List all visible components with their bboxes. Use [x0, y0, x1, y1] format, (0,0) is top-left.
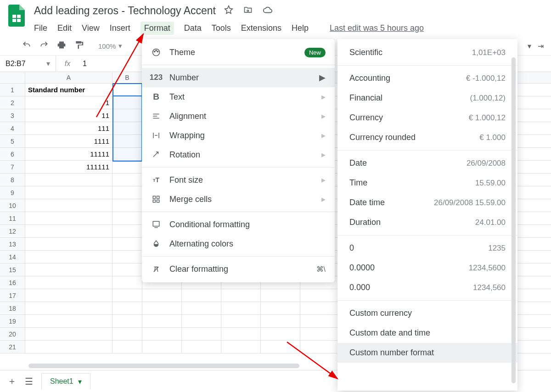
cell[interactable]: [112, 186, 142, 199]
row-header[interactable]: 13: [0, 238, 25, 250]
row-header[interactable]: 15: [0, 263, 25, 276]
cell[interactable]: [25, 199, 112, 212]
row-header[interactable]: 6: [0, 148, 25, 160]
row-header[interactable]: 20: [0, 328, 25, 340]
cell[interactable]: [142, 341, 182, 353]
move-folder-icon[interactable]: [243, 5, 253, 17]
cell[interactable]: [25, 328, 112, 340]
row-header[interactable]: 21: [0, 341, 25, 353]
cell[interactable]: [112, 289, 142, 302]
menu-data[interactable]: Data: [184, 23, 202, 33]
cell[interactable]: Number: [112, 84, 142, 96]
cell[interactable]: [25, 174, 112, 186]
numfmt-custom-currency[interactable]: Custom currency: [337, 303, 517, 323]
format-font-size[interactable]: тT Font size ▸: [142, 170, 335, 190]
cell[interactable]: [112, 225, 142, 237]
formula-input[interactable]: 1: [79, 60, 87, 68]
numfmt-000[interactable]: 0.0001234,560: [337, 278, 517, 297]
sheets-logo[interactable]: [7, 5, 26, 27]
menu-file[interactable]: File: [34, 23, 47, 33]
menu-help[interactable]: Help: [292, 23, 309, 33]
cell[interactable]: [182, 302, 221, 314]
cell[interactable]: [221, 315, 261, 327]
caret-down-icon[interactable]: ▾: [78, 377, 82, 386]
numfmt-currency-rounded[interactable]: Currency rounded€ 1.000: [337, 128, 517, 147]
cell[interactable]: 111111: [25, 161, 112, 173]
row-header[interactable]: 11: [0, 212, 25, 224]
sheet-tab[interactable]: Sheet1 ▾: [41, 373, 90, 390]
cell[interactable]: [25, 315, 112, 327]
cell[interactable]: [25, 341, 112, 353]
col-header-a[interactable]: A: [25, 72, 112, 83]
cell[interactable]: [300, 302, 340, 314]
numfmt-currency[interactable]: Currency€ 1.000,12: [337, 108, 517, 128]
cell[interactable]: [261, 341, 300, 353]
cell[interactable]: [112, 199, 142, 212]
menu-edit[interactable]: Edit: [57, 23, 72, 33]
cell[interactable]: [112, 263, 142, 276]
numfmt-financial[interactable]: Financial(1.000,12): [337, 88, 517, 108]
cell[interactable]: Standard number: [25, 84, 112, 96]
cell[interactable]: [182, 341, 221, 353]
cell[interactable]: 11111: [25, 148, 112, 160]
format-number[interactable]: 123 Number ▶: [142, 68, 335, 87]
menu-extensions[interactable]: Extensions: [241, 23, 281, 33]
cell[interactable]: [112, 251, 142, 263]
row-header[interactable]: 19: [0, 315, 25, 327]
cell[interactable]: [182, 289, 221, 302]
submenu-scrollbar[interactable]: [512, 57, 516, 383]
cell[interactable]: 111: [25, 122, 112, 134]
row-header[interactable]: 14: [0, 251, 25, 263]
menu-insert[interactable]: Insert: [110, 23, 130, 33]
cell[interactable]: [221, 302, 261, 314]
menu-view[interactable]: View: [82, 23, 100, 33]
last-edit-link[interactable]: Last edit was 5 hours ago: [330, 23, 424, 33]
format-rotation[interactable]: Rotation ▸: [142, 145, 335, 164]
menu-format[interactable]: Format: [141, 22, 174, 35]
cell[interactable]: [261, 289, 300, 302]
toolbar-overflow-icon[interactable]: ⇥: [538, 42, 544, 50]
cell[interactable]: 11: [25, 109, 112, 122]
format-conditional[interactable]: Conditional formatting: [142, 215, 335, 234]
cell[interactable]: 1111: [25, 135, 112, 147]
row-header[interactable]: 18: [0, 302, 25, 314]
cell[interactable]: [112, 276, 142, 289]
numfmt-datetime[interactable]: Date time26/09/2008 15.59.00: [337, 193, 517, 213]
format-text[interactable]: B Text ▸: [142, 87, 335, 106]
cell[interactable]: [25, 238, 112, 250]
row-header[interactable]: 1: [0, 84, 25, 96]
cell[interactable]: [261, 328, 300, 340]
print-icon[interactable]: [57, 40, 66, 51]
cell[interactable]: [221, 289, 261, 302]
cell[interactable]: [112, 328, 142, 340]
format-alternating[interactable]: Alternating colors: [142, 234, 335, 253]
zoom-selector[interactable]: 100% ▾: [92, 42, 129, 50]
cell[interactable]: 1: [25, 96, 112, 109]
numfmt-duration[interactable]: Duration24.01.00: [337, 213, 517, 232]
doc-title[interactable]: Add leading zeros - Technology Accent: [34, 5, 216, 17]
row-header[interactable]: 5: [0, 135, 25, 147]
row-header[interactable]: 7: [0, 161, 25, 173]
name-box[interactable]: B2:B7▾: [0, 56, 56, 72]
row-header[interactable]: 16: [0, 276, 25, 289]
row-header[interactable]: 2: [0, 96, 25, 109]
cell[interactable]: [25, 276, 112, 289]
cell[interactable]: [112, 161, 142, 173]
cell[interactable]: [112, 212, 142, 224]
numfmt-0000[interactable]: 0.00001234,5600: [337, 258, 517, 278]
cell[interactable]: [112, 174, 142, 186]
cell[interactable]: [25, 186, 112, 199]
format-wrapping[interactable]: Wrapping ▸: [142, 126, 335, 145]
numfmt-0[interactable]: 01235: [337, 238, 517, 258]
cell[interactable]: [300, 289, 340, 302]
row-header[interactable]: 3: [0, 109, 25, 122]
row-header[interactable]: 9: [0, 186, 25, 199]
add-sheet-icon[interactable]: ＋: [7, 375, 17, 387]
cell[interactable]: [221, 341, 261, 353]
row-header[interactable]: 12: [0, 225, 25, 237]
select-all-cell[interactable]: [0, 72, 25, 83]
all-sheets-icon[interactable]: ☰: [25, 376, 33, 387]
horizontal-scrollbar[interactable]: [28, 364, 299, 368]
cell[interactable]: [142, 289, 182, 302]
numfmt-custom-number[interactable]: Custom number format: [337, 343, 517, 363]
